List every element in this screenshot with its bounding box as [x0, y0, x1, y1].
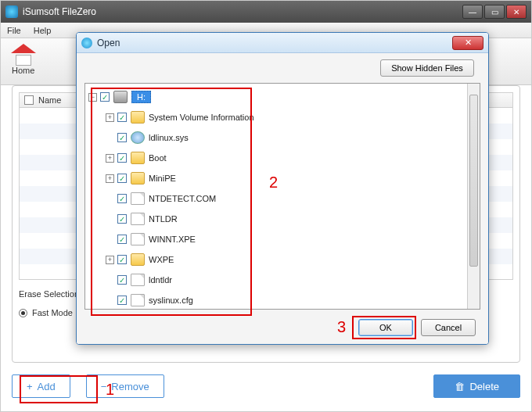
checkbox[interactable]: ✓ [117, 133, 127, 142]
tree-item-label: ldntldr [149, 275, 172, 285]
checkbox[interactable]: ✓ [100, 92, 110, 102]
expand-icon[interactable]: + [106, 154, 114, 163]
titlebar: iSumsoft FileZero — ▭ ✕ [1, 1, 531, 23]
file-icon [131, 274, 145, 286]
tree-root[interactable]: −✓H: [88, 87, 254, 107]
checkbox[interactable]: ✓ [117, 255, 127, 264]
bottom-bar: + Add − Remove 🗑 Delete [12, 372, 520, 400]
checkbox[interactable]: ✓ [117, 113, 127, 122]
minus-icon: − [101, 381, 107, 392]
tree-item[interactable]: ✓ldlinux.sys [88, 127, 254, 148]
tree-item-label: ldlinux.sys [149, 133, 189, 142]
minimize-button[interactable]: — [462, 5, 483, 19]
tree-panel: −✓H:+✓System Volume Information✓ldlinux.… [84, 83, 480, 310]
fast-mode-radio[interactable] [19, 309, 27, 317]
remove-button[interactable]: − Remove [86, 374, 164, 398]
tree-item-label: WINNT.XPE [149, 235, 196, 244]
file-icon [131, 192, 145, 205]
col-name: Name [38, 95, 61, 105]
maximize-button[interactable]: ▭ [484, 5, 505, 19]
close-button[interactable]: ✕ [506, 5, 527, 19]
tree-item[interactable]: ✓ldntldr [88, 270, 254, 290]
delete-label: Delete [469, 381, 499, 392]
dialog-close-button[interactable]: ✕ [452, 36, 483, 50]
expand-icon[interactable]: + [106, 113, 114, 122]
folder-icon [131, 172, 145, 185]
checkbox[interactable]: ✓ [117, 194, 127, 203]
open-dialog: Open ✕ Show Hidden Files −✓H:+✓System Vo… [76, 32, 489, 345]
tree-item[interactable]: +✓MiniPE [88, 168, 254, 188]
delete-button[interactable]: 🗑 Delete [433, 374, 520, 398]
tree-item[interactable]: +✓WXPE [88, 249, 254, 270]
show-hidden-button[interactable]: Show Hidden Files [380, 59, 474, 77]
checkbox[interactable]: ✓ [117, 174, 127, 183]
add-button[interactable]: + Add [12, 374, 70, 398]
dialog-icon [81, 38, 92, 48]
home-label: Home [12, 66, 34, 75]
app-title: iSumsoft FileZero [23, 6, 461, 17]
scrollbar[interactable] [467, 84, 480, 309]
expand-icon[interactable]: − [88, 93, 97, 102]
tree-item[interactable]: ✓NTDETECT.COM [88, 188, 254, 209]
file-icon [131, 213, 145, 225]
checkbox[interactable]: ✓ [117, 275, 127, 285]
tree-item[interactable]: +✓Boot [88, 148, 254, 168]
scroll-thumb[interactable] [469, 95, 478, 267]
tree-item-label: NTDETECT.COM [149, 194, 216, 203]
tree-root-label: H: [131, 91, 151, 103]
fast-mode-label: Fast Mode [32, 308, 73, 317]
app-icon [5, 5, 18, 18]
home-button[interactable]: Home [12, 48, 34, 75]
cancel-button[interactable]: Cancel [421, 319, 476, 336]
checkbox[interactable]: ✓ [117, 235, 127, 244]
drive-icon [113, 91, 128, 103]
tree-item-label: MiniPE [149, 174, 176, 183]
folder-icon [131, 111, 145, 124]
select-all-checkbox[interactable] [24, 95, 34, 105]
menu-file[interactable]: File [1, 26, 27, 35]
tree[interactable]: −✓H:+✓System Volume Information✓ldlinux.… [88, 87, 254, 310]
remove-label: Remove [111, 381, 149, 392]
trash-icon: 🗑 [455, 381, 465, 392]
erase-label: Erase Selection [19, 289, 79, 299]
expand-icon[interactable]: + [106, 174, 114, 183]
dialog-titlebar: Open ✕ [77, 33, 488, 53]
tree-item-label: syslinux.cfg [149, 296, 193, 305]
checkbox[interactable]: ✓ [117, 296, 127, 305]
file-icon [131, 233, 145, 245]
tree-item-label: NTLDR [149, 214, 178, 224]
dialog-title: Open [97, 38, 120, 48]
plus-icon: + [27, 381, 33, 392]
folder-icon [131, 152, 145, 164]
file-icon [131, 294, 145, 306]
ok-button[interactable]: OK [358, 319, 413, 336]
tree-item[interactable]: ✓WINNT.XPE [88, 229, 254, 249]
folder-icon [131, 253, 145, 266]
checkbox[interactable]: ✓ [117, 214, 127, 224]
tree-item[interactable]: ✓syslinux.cfg [88, 290, 254, 310]
add-label: Add [38, 381, 56, 392]
tree-item[interactable]: ✓NTLDR [88, 209, 254, 229]
tree-item-label: Boot [149, 153, 167, 163]
expand-icon[interactable]: + [106, 256, 114, 264]
checkbox[interactable]: ✓ [117, 153, 127, 163]
tree-item-label: System Volume Information [149, 113, 254, 122]
tree-item[interactable]: +✓System Volume Information [88, 107, 254, 127]
menu-help[interactable]: Help [27, 26, 58, 35]
sys-icon [131, 131, 145, 144]
tree-item-label: WXPE [149, 255, 174, 264]
